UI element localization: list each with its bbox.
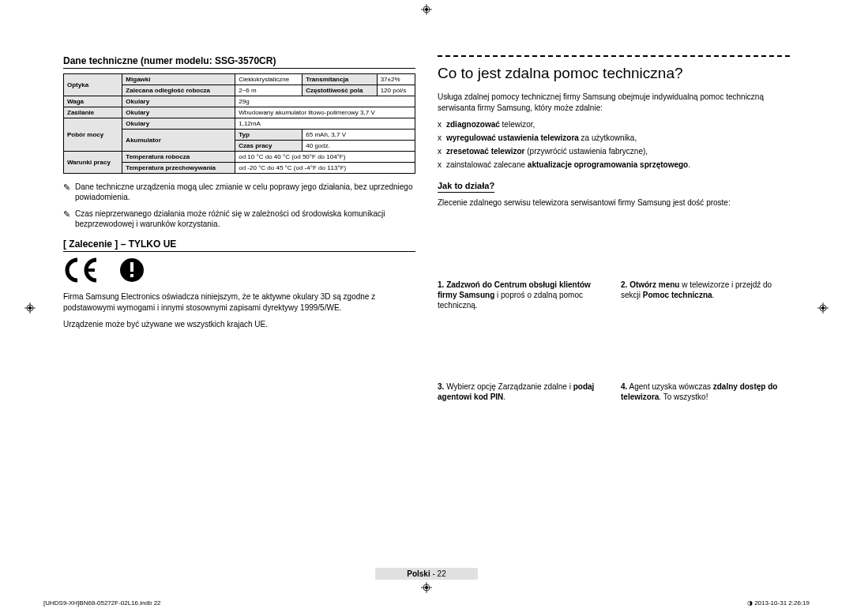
registration-mark-top: [420, 3, 433, 16]
registration-mark-bottom: [420, 581, 433, 594]
bullet-mark: x: [438, 133, 442, 143]
recommendation-heading: [ Zalecenie ] – TYLKO UE: [63, 239, 415, 252]
footer-indd: [UHDS9-XH]BN68-05272F-02L16.indb 22: [43, 599, 161, 607]
left-column: Dane techniczne (numer modelu: SSG-3570C…: [63, 55, 415, 402]
bullet-mark: x: [438, 146, 442, 156]
bullet-item: wyregulować ustawienia telewizora za uży…: [446, 133, 637, 143]
bullet-item: zdiagnozować telewizor,: [446, 119, 535, 130]
svg-rect-16: [87, 269, 95, 272]
how-intro: Zlecenie zdalnego serwisu telewizora ser…: [438, 197, 790, 208]
footer-timestamp: ◑ 2013-10-31 2:26:19: [747, 599, 810, 607]
page-content: Dane techniczne (numer modelu: SSG-3570C…: [0, 0, 853, 449]
step-4: 4. Agent uzyska wówczas zdalny dostęp do…: [621, 381, 790, 402]
right-column: Co to jest zdalna pomoc techniczna? Usłu…: [438, 55, 790, 402]
bullet-list: xzdiagnozować telewizor, xwyregulować us…: [438, 119, 790, 170]
bullet-item: zainstalować zalecane aktualizacje oprog…: [446, 160, 690, 170]
ce-mark-row: [63, 257, 415, 284]
registration-mark-left: [24, 302, 36, 314]
ce-usage: Urządzenie może być używane we wszystkic…: [63, 319, 415, 330]
notes: ✎ Dane techniczne urządzenia mogą ulec z…: [63, 182, 415, 229]
remote-support-intro: Usługa zdalnej pomocy technicznej firmy …: [438, 92, 790, 113]
step-2: 2. Otwórz menu w telewizorze i przejdź d…: [621, 280, 790, 310]
steps-grid: 1. Zadzwoń do Centrum obsługi klientów f…: [438, 280, 790, 402]
svg-rect-18: [130, 262, 133, 272]
warning-circle-icon: [118, 257, 145, 284]
ce-mark-icon: [63, 257, 112, 284]
step-1: 1. Zadzwoń do Centrum obsługi klientów f…: [438, 280, 607, 310]
spec-table: Optyka Migawki Ciekłokrystaliczne Transm…: [63, 73, 415, 174]
svg-rect-19: [130, 274, 133, 277]
page-footer: Polski - 22: [0, 568, 853, 580]
note-icon: ✎: [63, 208, 70, 229]
ce-declaration: Firma Samsung Electronics oświadcza nini…: [63, 291, 415, 313]
note-icon: ✎: [63, 182, 70, 202]
bullet-mark: x: [438, 160, 442, 170]
note-text: Czas nieprzerwanego działania może różni…: [75, 208, 415, 229]
dashed-rule: [438, 55, 790, 57]
note-text: Dane techniczne urządzenia mogą ulec zmi…: [75, 182, 415, 202]
bullet-item: zresetować telewizor (przywrócić ustawie…: [446, 146, 648, 156]
step-3: 3. Wybierz opcję Zarządzanie zdalne i po…: [438, 381, 607, 402]
remote-support-title: Co to jest zdalna pomoc techniczna?: [438, 65, 790, 82]
registration-mark-right: [817, 302, 829, 314]
spec-heading: Dane techniczne (numer modelu: SSG-3570C…: [63, 55, 415, 69]
bullet-mark: x: [438, 119, 442, 130]
how-it-works-heading: Jak to działa?: [438, 181, 494, 193]
